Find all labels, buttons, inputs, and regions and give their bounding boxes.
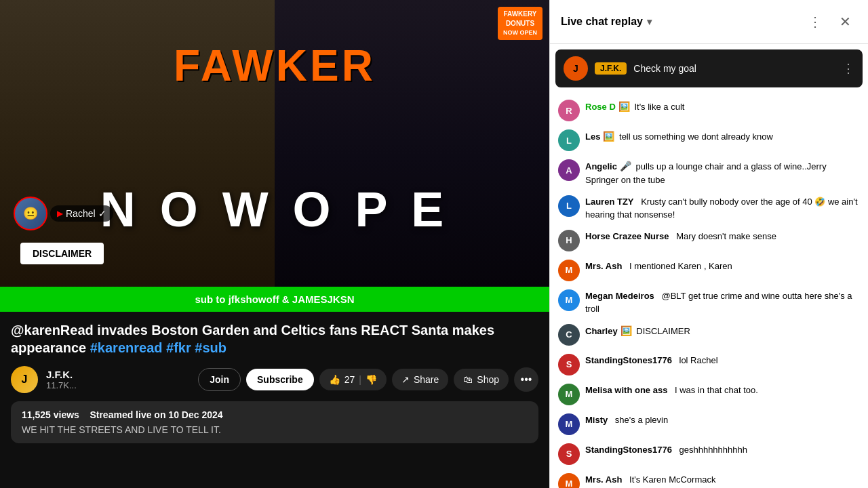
pinned-text: Check my goal [633,63,835,74]
youtube-icon: ▶ [57,209,63,218]
live-chat-panel: Live chat replay ▾ ⋮ ✕ J J.F.K. Check my… [549,0,868,488]
message-content: Charley 🖼️ DISCLAIMER [585,324,860,338]
sub-banner: sub to jfkshowoff & JAMESJKSN [0,287,549,312]
message-avatar: S [558,443,580,465]
video-player[interactable]: FAWKER FAWKERY DONUTS NOW OPEN N O W O P… [0,0,549,312]
message-avatar: R [558,100,580,121]
message-author: Horse Crazee Nurse [585,231,669,241]
chat-message-item: SStandingStones1776 lol Rachel [550,350,868,380]
thumbs-down-icon: 👎 [366,374,377,385]
message-author: Angelic [585,161,617,171]
message-avatar: M [558,473,580,489]
disclaimer-button[interactable]: DISCLAIMER [20,243,104,264]
message-content: Horse Crazee Nurse Mary doesn't make sen… [585,230,860,243]
message-avatar: M [558,384,580,405]
message-content: Les 🖼️ tell us something we dont already… [585,129,860,144]
like-button[interactable]: 👍 27 | 👎 [319,369,387,390]
shop-icon: 🛍 [463,374,473,385]
channel-avatar: J [11,366,38,393]
chat-messages-list: RRose D 🖼️ It's like a cultLLes 🖼️ tell … [550,93,868,488]
chat-message-item: HHorse Crazee Nurse Mary doesn't make se… [550,226,868,256]
rachel-label: ▶ Rachel ✓ [50,205,113,222]
message-avatar: C [558,324,580,346]
chat-message-item: MMrs. Ash I mentioned Karen , Karen [550,256,868,285]
fawkery-logo: FAWKERY DONUTS NOW OPEN [498,7,542,40]
subscribe-button[interactable]: Subscribe [246,369,314,390]
more-button[interactable]: ••• [514,367,538,392]
message-author: Melisa with one ass [585,385,667,395]
stats-line: 11,525 views Streamed live on 10 Dec 202… [22,409,528,420]
chat-message-item: MMelisa with one ass I was in that chat … [550,380,868,409]
video-description: WE HIT THE STREETS AND LIVE TO TELL IT. [22,424,528,435]
chat-message-item: CCharley 🖼️ DISCLAIMER [550,320,868,350]
message-avatar: M [558,413,580,435]
message-badge: 🖼️ [618,100,630,114]
message-content: StandingStones1776 lol Rachel [585,354,860,367]
message-content: Mrs. Ash It's Karen McCormack [585,473,860,487]
video-stats-box: 11,525 views Streamed live on 10 Dec 202… [11,401,538,443]
like-count: 27 [344,374,355,385]
video-brand-text: FAWKER [0,0,549,91]
message-author: Rose D [585,102,616,112]
chat-header-icons: ⋮ ✕ [803,9,857,34]
message-content: Melisa with one ass I was in that chat t… [585,384,860,397]
message-avatar: S [558,354,580,375]
channel-subs: 11.7K... [46,380,190,390]
message-author: Charley [585,326,618,336]
chat-message-item: MMisty she's a plevin [550,409,868,439]
message-content: Misty she's a plevin [585,413,860,427]
more-options-button[interactable]: ⋮ [803,9,827,34]
rachel-check: ✓ [98,208,106,219]
chat-message-item: LLes 🖼️ tell us something we dont alread… [550,125,868,155]
video-background: FAWKER FAWKERY DONUTS NOW OPEN N O W O P… [0,0,549,312]
message-author: Les [585,131,600,142]
share-button[interactable]: ↗ Share [392,369,448,390]
rachel-avatar-area: 😐 ▶ Rachel ✓ [14,197,113,230]
message-avatar: L [558,195,580,217]
shop-button[interactable]: 🛍 Shop [454,369,509,390]
message-author: Misty [585,415,608,425]
pinned-avatar: J [564,56,588,81]
chat-message-item: LLauren TZY Krusty can't bully nobody ov… [550,191,868,226]
pinned-more-icon[interactable]: ⋮ [842,61,854,76]
message-avatar: M [558,289,580,311]
message-author: Megan Medeiros [585,291,654,301]
chat-message-item: MMrs. Ash It's Karen McCormack [550,469,868,489]
video-hashtags[interactable]: #karenread #fkr #sub [90,340,226,355]
chat-title[interactable]: Live chat replay ▾ [561,16,803,28]
thumbs-up-icon: 👍 [329,374,340,385]
message-content: Angelic 🎤 pulls up a lounge chair and a … [585,159,860,187]
rachel-circle: 😐 [14,197,47,230]
close-chat-button[interactable]: ✕ [833,9,857,34]
message-content: Rose D 🖼️ It's like a cult [585,100,860,114]
chat-message-item: MMegan Medeiros @BLT get true crime and … [550,285,868,320]
chat-message-item: RRose D 🖼️ It's like a cult [550,96,868,125]
divider: | [359,374,361,385]
chat-message-item: AAngelic 🎤 pulls up a lounge chair and a… [550,155,868,191]
message-author: Lauren TZY [585,197,634,207]
chat-header: Live chat replay ▾ ⋮ ✕ [550,0,868,44]
video-info-section: @karenRead invades Boston Garden and Cel… [0,312,549,488]
message-badge: 🎤 [620,159,631,174]
message-content: Megan Medeiros @BLT get true crime and w… [585,289,860,316]
message-author: Mrs. Ash [585,474,622,485]
message-author: Mrs. Ash [585,261,622,271]
channel-info: J.F.K. 11.7K... [46,369,190,390]
left-panel: FAWKER FAWKERY DONUTS NOW OPEN N O W O P… [0,0,549,488]
message-content: Lauren TZY Krusty can't bully nobody ove… [585,195,860,222]
channel-row: J J.F.K. 11.7K... Join Subscribe 👍 27 | … [11,366,538,393]
message-author: StandingStones1776 [585,445,672,455]
chevron-down-icon: ▾ [647,16,652,27]
message-avatar: L [558,129,580,151]
channel-actions: Join Subscribe 👍 27 | 👎 ↗ Share 🛍 Shop •… [198,367,538,392]
pinned-author-badge: J.F.K. [595,62,627,75]
message-content: Mrs. Ash I mentioned Karen , Karen [585,260,860,273]
join-button[interactable]: Join [198,368,241,391]
message-author: StandingStones1776 [585,355,672,365]
channel-name: J.F.K. [46,369,190,380]
pinned-message: J J.F.K. Check my goal ⋮ [555,49,863,87]
message-badge: 🖼️ [603,129,614,144]
message-avatar: A [558,159,580,181]
video-title: @karenRead invades Boston Garden and Cel… [11,321,538,357]
message-badge: 🖼️ [620,324,632,338]
